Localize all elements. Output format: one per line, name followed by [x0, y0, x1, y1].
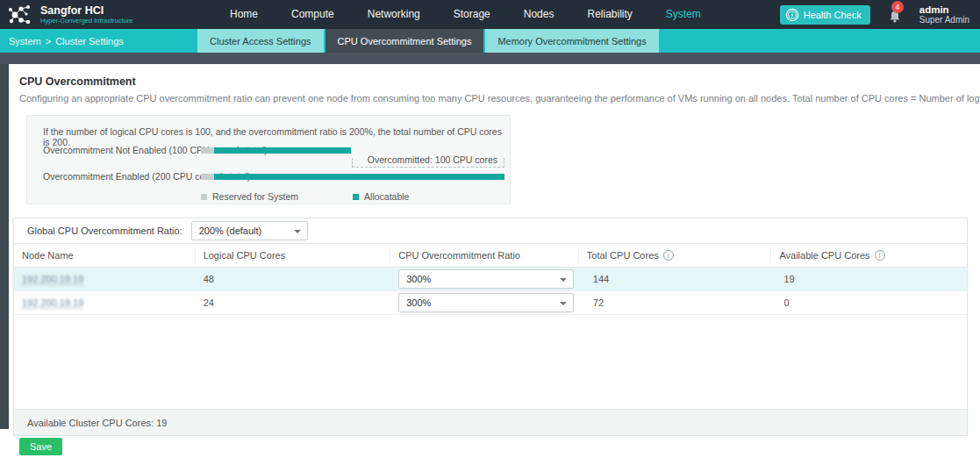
diagram-legend: Reserved for System Allocatable	[201, 191, 463, 202]
row-ratio-select[interactable]: 300%	[398, 293, 574, 312]
health-check-label: Health Check	[804, 10, 862, 20]
overcommitted-bracket	[352, 158, 504, 168]
legend-reserved-swatch	[201, 194, 207, 200]
bar-segment-allocatable	[214, 147, 351, 154]
row-ratio-select[interactable]: 300%	[398, 269, 574, 289]
node-name-link[interactable]: 192.200.19.19	[22, 274, 83, 285]
global-ratio-row: Global CPU Overcommitment Ratio: 200% (d…	[14, 218, 967, 244]
col-logical-cpu-cores: Logical CPU Cores	[196, 248, 391, 263]
sangfor-logo-icon	[7, 3, 33, 27]
total-cores-cell: 72	[579, 297, 772, 308]
logical-cores-cell: 24	[196, 297, 391, 308]
nav-item-networking[interactable]: Networking	[351, 0, 437, 29]
save-button[interactable]: Save	[19, 438, 62, 455]
bar-segment-allocatable	[214, 174, 504, 180]
settings-tabs: Cluster Access Settings CPU Overcommitme…	[197, 29, 661, 53]
info-icon[interactable]: i	[663, 250, 674, 261]
top-navbar: Sangfor HCI Hyper-Converged Infrastructu…	[0, 0, 980, 29]
navbar-right: Health Check 4 admin Super Admin	[780, 4, 969, 26]
secondary-bar: System > Cluster Settings Cluster Access…	[0, 29, 980, 53]
nav-item-nodes[interactable]: Nodes	[507, 0, 571, 29]
logical-cores-cell: 48	[196, 274, 391, 284]
bar-segment-reserved	[201, 174, 214, 180]
breadcrumb-system[interactable]: System	[9, 36, 41, 47]
chevron-down-icon	[294, 230, 301, 233]
legend-allocatable-label: Allocatable	[364, 191, 409, 202]
node-name-link[interactable]: 192.200.19.19	[22, 297, 83, 309]
health-check-button[interactable]: Health Check	[780, 5, 870, 25]
nav-item-compute[interactable]: Compute	[275, 0, 351, 29]
bar-not-enabled	[201, 147, 504, 154]
col-cpu-overcommitment-ratio: CPU Overcommitment Ratio	[390, 248, 579, 263]
chevron-down-icon	[560, 278, 567, 282]
notifications-bell[interactable]: 4	[884, 4, 907, 26]
dark-divider-band	[0, 53, 980, 64]
info-icon[interactable]: i	[875, 250, 885, 261]
table-row[interactable]: 192.200.19.19 48 300% 144 19	[14, 268, 967, 291]
bar-segment-reserved	[201, 147, 214, 154]
health-check-icon	[785, 8, 799, 22]
user-menu[interactable]: admin Super Admin	[919, 4, 969, 25]
available-cores-cell: 0	[771, 297, 967, 308]
tab-cpu-overcommitment-settings[interactable]: CPU Overcommitment Settings	[325, 29, 484, 53]
main-content: CPU Overcommitment Configuring an approp…	[9, 64, 980, 458]
page-title: CPU Overcommitment	[19, 75, 136, 88]
tab-cluster-access-settings[interactable]: Cluster Access Settings	[197, 29, 324, 53]
user-role: Super Admin	[919, 15, 969, 25]
total-cores-cell: 144	[579, 274, 772, 284]
user-name: admin	[919, 4, 969, 15]
nav-item-home[interactable]: Home	[213, 0, 275, 29]
tab-memory-overcommitment-settings[interactable]: Memory Overcommitment Settings	[485, 29, 658, 53]
available-cores-cell: 19	[771, 274, 967, 284]
nav-item-reliability[interactable]: Reliability	[570, 0, 648, 29]
brand-title: Sangfor HCI	[40, 5, 132, 17]
page-description: Configuring an appropriate CPU overcommi…	[19, 93, 980, 104]
nav-item-storage[interactable]: Storage	[437, 0, 507, 29]
breadcrumb-separator: >	[46, 36, 51, 47]
col-available-cpu-cores: Available CPU Coresi	[771, 248, 967, 263]
cluster-cores-summary: Available Cluster CPU Cores: 19	[14, 409, 967, 435]
global-ratio-label: Global CPU Overcommitment Ratio:	[27, 225, 182, 236]
table-header: Node Name Logical CPU Cores CPU Overcomm…	[14, 244, 967, 268]
overcommitment-diagram: If the number of logical CPU cores is 10…	[26, 115, 511, 204]
global-ratio-value: 200% (default)	[199, 225, 262, 236]
legend-allocatable-swatch	[353, 194, 359, 200]
legend-reserved-label: Reserved for System	[212, 191, 298, 202]
col-total-cpu-cores: Total CPU Coresi	[579, 248, 772, 263]
chevron-down-icon	[560, 302, 567, 305]
breadcrumb: System > Cluster Settings	[0, 29, 197, 53]
row-ratio-value: 300%	[406, 297, 431, 308]
notification-badge: 4	[891, 1, 904, 13]
main-nav: Home Compute Networking Storage Nodes Re…	[213, 0, 718, 29]
breadcrumb-cluster-settings[interactable]: Cluster Settings	[55, 36, 124, 47]
col-node-name: Node Name	[14, 248, 196, 263]
row-ratio-value: 300%	[406, 274, 431, 284]
table-row[interactable]: 192.200.19.19 24 300% 72 0	[14, 291, 967, 315]
bar-enabled	[201, 174, 504, 180]
brand[interactable]: Sangfor HCI Hyper-Converged Infrastructu…	[7, 3, 196, 27]
nav-item-system[interactable]: System	[649, 0, 718, 29]
collapsed-sidebar-strip[interactable]	[0, 64, 9, 429]
brand-subtitle: Hyper-Converged Infrastructure	[40, 17, 132, 25]
global-ratio-select[interactable]: 200% (default)	[191, 221, 308, 240]
nodes-panel: Global CPU Overcommitment Ratio: 200% (d…	[13, 218, 968, 436]
